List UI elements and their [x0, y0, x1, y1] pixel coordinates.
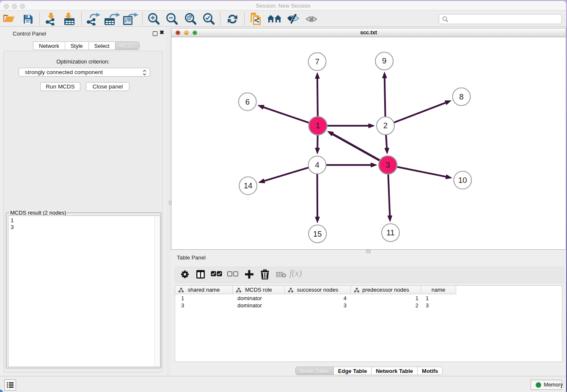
svg-text:3: 3: [385, 160, 390, 169]
svg-text:6: 6: [245, 97, 250, 106]
svg-text:8: 8: [459, 92, 463, 101]
svg-text:4: 4: [315, 160, 319, 169]
svg-text:7: 7: [315, 57, 319, 66]
svg-text:1: 1: [316, 121, 320, 130]
svg-text:2: 2: [383, 121, 388, 130]
svg-text:15: 15: [313, 229, 322, 238]
svg-text:11: 11: [386, 228, 394, 237]
svg-text:9: 9: [382, 56, 386, 65]
svg-text:14: 14: [244, 181, 253, 190]
svg-text:10: 10: [458, 176, 467, 185]
